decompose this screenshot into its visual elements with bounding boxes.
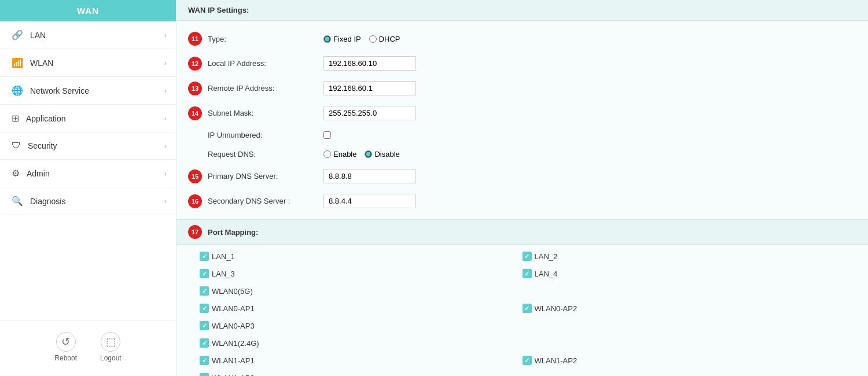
remote-ip-input[interactable] [323,81,416,95]
sidebar-item-application[interactable]: ⊞ Application › [0,105,176,132]
sidebar-item-label-network-service: Network Service [30,86,89,95]
lan2-label: LAN_2 [535,252,558,261]
chevron-icon-lan: › [164,31,167,39]
primary-dns-input[interactable] [323,169,416,183]
dhcp-label: DHCP [379,35,400,43]
dhcp-radio[interactable] [369,35,377,43]
sidebar-item-wlan[interactable]: 📶 WLAN › [0,49,176,77]
check-wlan1ap3 [200,373,209,376]
lan-icon: 🔗 [12,30,23,40]
application-icon: ⊞ [12,113,19,124]
port-mapping-lan2: LAN_2 [523,249,845,263]
dns-enable-text: Enable [333,150,356,158]
wan-ip-settings-header: WAN IP Settings: [176,0,868,21]
port-mapping-empty4 [523,371,845,376]
subnet-mask-row: 14 Subnet Mask: [188,101,856,126]
logout-label: Logout [100,354,122,362]
check-lan4 [523,269,532,278]
check-wlan0ap3 [200,321,209,330]
remote-ip-label: Remote IP Address: [208,84,323,93]
port-mapping-wlan1ap2: WLAN1-AP2 [523,353,845,367]
logout-icon: ⬚ [101,332,120,352]
step-badge-14: 14 [188,106,202,120]
ip-unnumbered-value [323,131,331,139]
sidebar-item-network-service[interactable]: 🌐 Network Service › [0,77,176,105]
primary-dns-label: Primary DNS Server: [208,172,323,180]
check-lan1 [200,252,209,261]
sidebar-item-label-lan: LAN [30,31,46,40]
sidebar-wan-title[interactable]: WAN [0,0,176,21]
lan1-label: LAN_1 [212,252,235,261]
diagnosis-icon: 🔍 [12,196,23,207]
wlan1ap1-label: WLAN1-AP1 [212,356,255,365]
check-lan3 [200,269,209,278]
logout-button[interactable]: ⬚ Logout [100,332,122,362]
port-mapping-wlan0ap3: WLAN0-AP3 [200,319,523,333]
reboot-icon: ↺ [56,332,76,352]
port-mapping-empty1 [523,284,845,298]
form-area: 11 Type: Fixed IP DHCP 12 Local IP Addre… [176,21,868,219]
port-mapping-wlan1ap3: WLAN1-AP3 [200,371,523,376]
port-mapping-wlan05g: WLAN0(5G) [200,284,523,298]
reboot-label: Reboot [54,354,77,362]
chevron-icon-wlan: › [164,58,167,67]
step-badge-13: 13 [188,82,202,95]
dns-disable-radio[interactable] [365,150,372,158]
sidebar-item-label-admin: Admin [27,169,50,178]
chevron-icon-network-service: › [164,86,167,95]
request-dns-label: Request DNS: [208,150,323,158]
dns-disable-text: Disable [374,150,399,158]
dhcp-radio-label[interactable]: DHCP [369,35,400,43]
secondary-dns-input[interactable] [323,194,416,208]
dns-enable-label[interactable]: Enable [323,150,356,158]
remote-ip-value [323,81,416,95]
reboot-button[interactable]: ↺ Reboot [54,332,77,362]
fixed-ip-radio-label[interactable]: Fixed IP [323,35,361,43]
check-wlan0ap2 [523,304,532,313]
ip-unnumbered-checkbox[interactable] [323,131,331,139]
check-wlan1ap1 [200,356,209,365]
step-badge-15: 15 [188,169,202,183]
port-mapping-wlan0ap2: WLAN0-AP2 [523,301,845,315]
fixed-ip-label: Fixed IP [333,35,361,43]
port-mapping-header: 17 Port Mapping: [176,219,868,245]
local-ip-input[interactable] [323,56,416,71]
secondary-dns-value [323,194,416,208]
port-mapping-lan1: LAN_1 [200,249,523,263]
wlan124g-label: WLAN1(2.4G) [212,339,259,348]
sidebar-item-diagnosis[interactable]: 🔍 Diagnosis › [0,187,176,215]
sidebar-item-admin[interactable]: ⚙ Admin › [0,160,176,187]
security-icon: 🛡 [12,141,21,151]
secondary-dns-row: 16 Secondary DNS Server : [188,189,856,213]
dns-disable-label[interactable]: Disable [365,150,399,158]
sidebar-item-label-wlan: WLAN [30,58,53,68]
sidebar-item-security[interactable]: 🛡 Security › [0,132,176,160]
chevron-icon-security: › [164,142,167,150]
sidebar-item-label-application: Application [26,114,66,123]
sidebar-item-label-diagnosis: Diagnosis [30,197,65,206]
dns-enable-radio[interactable] [323,150,331,158]
type-radio-group: Fixed IP DHCP [323,35,400,43]
type-label: Type: [208,35,323,43]
fixed-ip-radio[interactable] [323,35,331,43]
port-mapping-empty3 [523,336,845,350]
sidebar-footer: ↺ Reboot ⬚ Logout [0,320,176,376]
port-mapping-lan4: LAN_4 [523,267,845,281]
chevron-icon-application: › [164,114,167,123]
port-mapping-lan3: LAN_3 [200,267,523,281]
check-wlan0ap1 [200,304,209,313]
ip-unnumbered-row: IP Unnumbered: [188,126,856,145]
port-mapping-empty2 [523,319,845,333]
sidebar-item-lan[interactable]: 🔗 LAN › [0,21,176,49]
check-wlan1ap2 [523,356,532,365]
check-wlan05g [200,286,209,296]
subnet-mask-value [323,106,416,120]
subnet-mask-input[interactable] [323,106,416,120]
network-service-icon: 🌐 [12,85,23,96]
wlan0ap3-label: WLAN0-AP3 [212,322,255,330]
port-mapping-label: Port Mapping: [208,228,258,237]
primary-dns-row: 15 Primary DNS Server: [188,164,856,189]
subnet-mask-label: Subnet Mask: [208,109,323,117]
step-badge-12: 12 [188,57,202,71]
main-content: WAN IP Settings: 11 Type: Fixed IP DHCP … [176,0,868,376]
